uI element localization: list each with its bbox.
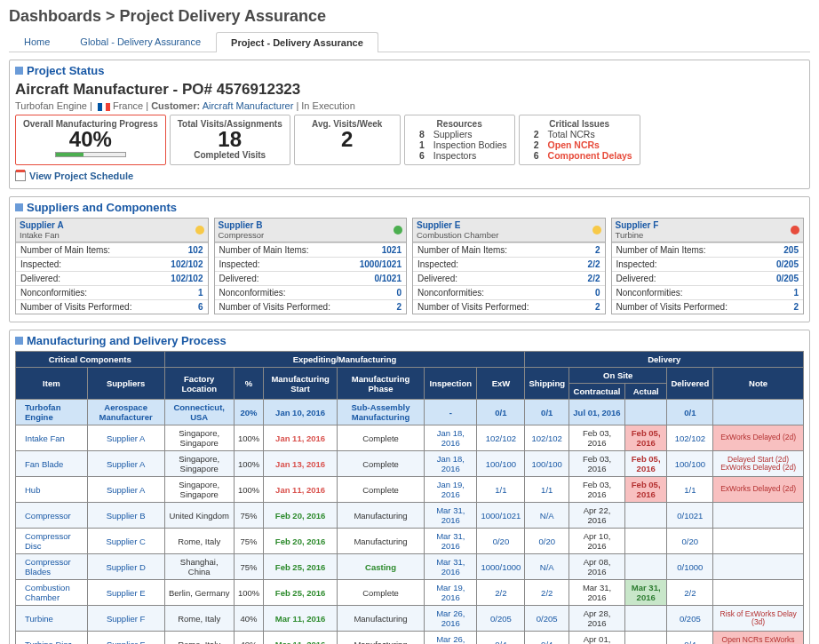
section-suppliers: Suppliers and Components Supplier AIntak… (9, 196, 810, 322)
status-dot-icon (195, 226, 204, 235)
status-dot-icon (394, 226, 402, 235)
collapse-icon[interactable] (15, 337, 23, 345)
flag-icon (98, 103, 110, 111)
tab-global[interactable]: Global - Delivery Assurance (65, 31, 216, 52)
kpi-visits: Total Visits/Assignments 18 Completed Vi… (170, 115, 290, 165)
table-row[interactable]: Combustion ChamberSupplier EBerlin, Germ… (16, 580, 804, 606)
table-row[interactable]: CompressorSupplier BUnited Kingdom75%Feb… (16, 503, 804, 529)
supplier-card[interactable]: Supplier AIntake FanNumber of Main Items… (15, 218, 209, 314)
table-row[interactable]: Compressor BladesSupplier DShanghai, Chi… (16, 554, 804, 580)
tabs: Home Global - Delivery Assurance Project… (9, 31, 810, 52)
status-dot-icon (791, 226, 799, 235)
table-row[interactable]: Intake FanSupplier ASingapore, Singapore… (16, 425, 804, 451)
kpi-avg: Avg. Visits/Week 2 (294, 115, 401, 165)
status-dot-icon (592, 226, 601, 235)
breadcrumb: Dashboards > Project Delivery Assurance (9, 5, 810, 31)
process-table: Critical Components Expediting/Manufactu… (15, 351, 804, 644)
section-process: Manufacturing and Delivery Process Criti… (9, 330, 810, 644)
project-subline: Turbofan Engine | France | Customer: Air… (15, 100, 804, 111)
section-project-status: Project Status Aircraft Manufacturer - P… (9, 60, 810, 189)
supplier-card[interactable]: Supplier BCompressorNumber of Main Items… (214, 218, 408, 314)
customer-link[interactable]: Aircraft Manufacturer (203, 100, 294, 111)
kpi-progress: Overall Manufacturing Progress 40% (15, 115, 166, 165)
calendar-icon (15, 171, 26, 181)
table-row[interactable]: Turbine DiscSupplier FRome, Italy40%Mar … (16, 632, 804, 645)
kpi-resources: Resources 8Suppliers1Inspection Bodies6I… (404, 115, 515, 165)
table-row[interactable]: Turbofan EngineAerospace ManufacturerCon… (16, 400, 804, 425)
collapse-icon[interactable] (15, 203, 23, 211)
supplier-card[interactable]: Supplier ECombustion ChamberNumber of Ma… (412, 218, 606, 314)
table-row[interactable]: TurbineSupplier FRome, Italy40%Mar 11, 2… (16, 606, 804, 632)
table-row[interactable]: HubSupplier ASingapore, Singapore100%Jan… (16, 477, 804, 503)
table-row[interactable]: Compressor DiscSupplier CRome, Italy75%F… (16, 529, 804, 554)
page-title: Aircraft Manufacturer - PO# 4576912323 (15, 81, 804, 99)
tab-home[interactable]: Home (9, 31, 65, 52)
collapse-icon[interactable] (15, 67, 23, 75)
supplier-card[interactable]: Supplier FTurbineNumber of Main Items:20… (611, 218, 805, 314)
view-schedule-link[interactable]: View Project Schedule (15, 171, 133, 181)
kpi-critical: Critical Issues 2Total NCRs2Open NCRs6Co… (519, 115, 640, 165)
table-row[interactable]: Fan BladeSupplier ASingapore, Singapore1… (16, 451, 804, 477)
tab-project[interactable]: Project - Delivery Assurance (216, 32, 378, 52)
